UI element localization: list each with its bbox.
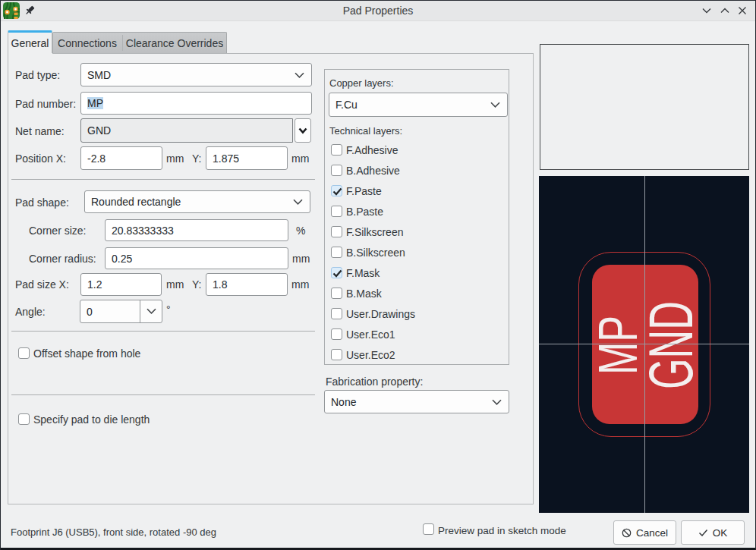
svg-text:GND: GND: [637, 301, 705, 389]
